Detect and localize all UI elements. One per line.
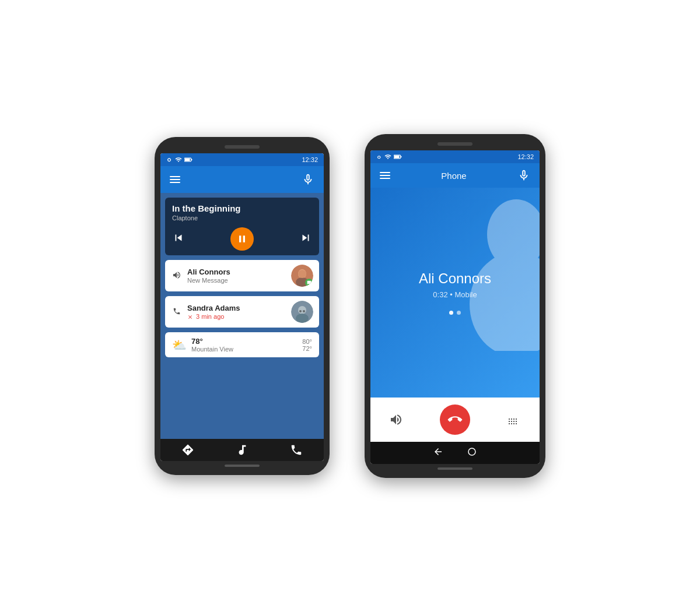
phones-container: ⭘︎ 12:32 (155, 134, 545, 478)
microphone-icon[interactable] (302, 173, 314, 186)
phone-1-status-bar: ⭘︎ 12:32 (160, 153, 324, 166)
svg-point-6 (298, 270, 306, 278)
phone-call-icon (171, 307, 183, 317)
call-dot-1 (449, 311, 453, 315)
battery-icon (184, 157, 192, 163)
phone-1-home-bar (225, 465, 260, 467)
p2-bluetooth-icon: ⭘︎ (376, 154, 382, 160)
call-duration: 0:32 • Mobile (419, 290, 491, 299)
sandra-avatar-svg (291, 301, 313, 323)
phone-2-status-bar: ⭘︎ 12:32 (370, 150, 540, 163)
navigation-button[interactable] (181, 444, 194, 456)
svg-point-17 (468, 448, 475, 455)
bluetooth-icon: ⭘︎ (166, 156, 173, 163)
call-controls (370, 398, 540, 442)
phone-1-bottom-nav (160, 439, 324, 461)
notification-sandra-sub: 3 min ago (187, 313, 286, 320)
back-button[interactable] (433, 446, 443, 459)
prev-button[interactable] (172, 231, 185, 247)
phone-2: ⭘︎ 12:32 Phone (365, 134, 545, 478)
phone-button[interactable] (290, 444, 303, 456)
call-dot-2 (457, 311, 461, 315)
phone-1-time: 12:32 (302, 156, 318, 163)
call-contact-info: Ali Connors 0:32 • Mobile (419, 270, 491, 299)
phone-2-header-title: Phone (441, 171, 466, 181)
weather-range: 80° 72° (302, 338, 312, 352)
audio-button[interactable] (236, 444, 249, 456)
keypad-button[interactable] (507, 413, 521, 427)
svg-point-16 (470, 252, 540, 351)
phone-2-call-body: Ali Connors 0:32 • Mobile (370, 188, 540, 398)
end-call-button[interactable] (433, 398, 477, 441)
phone-2-microphone-icon[interactable] (517, 169, 530, 182)
svg-rect-13 (394, 156, 400, 158)
weather-card: ⛅ 78° Mountain View 80° 72° (165, 332, 319, 357)
message-badge (305, 279, 313, 287)
music-title: In the Beginning (172, 203, 312, 213)
svg-rect-14 (401, 156, 402, 157)
notification-ali[interactable]: Ali Connors New Message (165, 260, 319, 291)
hamburger-menu-button[interactable] (170, 176, 180, 183)
music-controls (172, 227, 312, 251)
p2-signal-icon (384, 153, 391, 160)
music-artist: Claptone (172, 214, 312, 221)
phone-2-header: Phone (370, 163, 540, 188)
notification-ali-name: Ali Connors (187, 268, 286, 276)
svg-point-9 (296, 314, 309, 323)
speaker-button[interactable] (389, 413, 403, 427)
home-button[interactable] (467, 446, 477, 459)
svg-point-11 (303, 310, 305, 312)
phone-2-time: 12:32 (517, 153, 534, 160)
phone-2-screen: ⭘︎ 12:32 Phone (370, 150, 540, 464)
svg-rect-1 (185, 159, 190, 161)
notification-ali-avatar (291, 265, 313, 287)
speaker-icon (171, 270, 183, 282)
phone-2-nav-bar (370, 442, 540, 464)
phone-2-hamburger-menu[interactable] (380, 172, 390, 179)
notification-ali-text: Ali Connors New Message (187, 268, 286, 284)
notification-sandra[interactable]: Sandra Adams 3 min ago (165, 296, 319, 328)
phone-2-home-bar (438, 467, 473, 470)
next-button[interactable] (299, 231, 312, 247)
weather-location: Mountain View (191, 346, 302, 353)
weather-low: 72° (302, 345, 312, 352)
phone-1-screen: ⭘︎ 12:32 (160, 153, 324, 461)
signal-icon (175, 156, 182, 163)
weather-icon: ⛅ (172, 338, 187, 352)
svg-point-8 (298, 306, 306, 314)
phone-2-status-icons: ⭘︎ (376, 153, 402, 160)
phone-1-content: In the Beginning Claptone (160, 193, 324, 439)
weather-temp: 78° (191, 337, 302, 346)
notification-sandra-avatar (291, 301, 313, 323)
phone-2-speaker (438, 142, 473, 146)
call-contact-name: Ali Connors (419, 270, 491, 287)
phone-1-status-icons: ⭘︎ (166, 156, 192, 163)
weather-high: 80° (302, 338, 312, 345)
phone-1: ⭘︎ 12:32 (155, 137, 330, 475)
notification-sandra-text: Sandra Adams 3 min ago (187, 304, 286, 320)
svg-point-10 (299, 310, 302, 312)
weather-text: 78° Mountain View (191, 337, 302, 353)
music-card[interactable]: In the Beginning Claptone (165, 198, 319, 255)
phone-1-header (160, 166, 324, 193)
notification-sandra-name: Sandra Adams (187, 304, 286, 312)
svg-rect-2 (191, 159, 192, 160)
call-pagination-dots (449, 311, 461, 315)
notification-ali-sub: New Message (187, 277, 286, 284)
call-avatar-background-image (435, 188, 540, 351)
pause-button[interactable] (230, 227, 254, 251)
phone-1-speaker (225, 145, 260, 149)
p2-battery-icon (394, 154, 402, 160)
